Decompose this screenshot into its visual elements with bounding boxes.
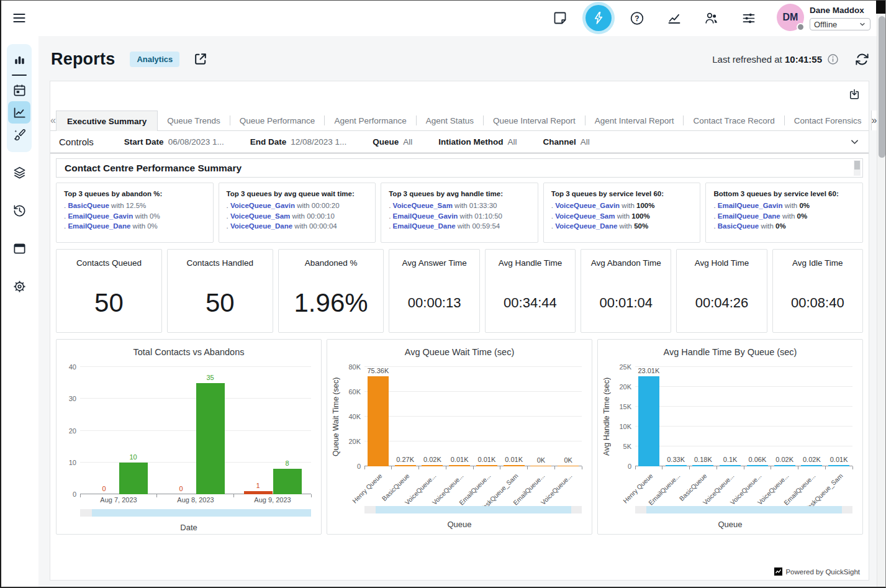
queue-link[interactable]: VoiceQueue_Gavin (555, 202, 620, 209)
bar[interactable] (196, 383, 225, 494)
bar[interactable] (476, 465, 497, 466)
queue-link[interactable]: EmailQueue_Gavin (68, 212, 133, 220)
queue-link[interactable]: VoiceQueue_Dane (555, 222, 617, 230)
summary-item: VoiceQueue_Sam with 100% (551, 211, 693, 222)
bar[interactable] (828, 465, 849, 466)
kpi-value: 00:08:40 (773, 273, 862, 332)
sidebar-item-history[interactable] (8, 199, 30, 222)
summary-item: VoiceQueue_Sam with 00:00:10 (227, 211, 368, 222)
page-scrollbar-thumb[interactable] (879, 16, 885, 158)
tab-contact-forensics[interactable]: Contact Forensics (785, 111, 871, 130)
bar[interactable] (244, 491, 273, 494)
x-axis-labels: Henry QueueEmailQueue...BasicQueueVoiceQ… (635, 468, 852, 507)
bar[interactable] (273, 469, 302, 494)
queue-link[interactable]: VoiceQueue_Sam (230, 212, 290, 220)
bar[interactable] (747, 465, 768, 466)
chart-scrollbar-thumb[interactable] (376, 506, 571, 513)
tabs-scroll-left-button[interactable]: « (50, 111, 56, 130)
summary-card: Top 3 queues by service level 60:VoiceQu… (543, 183, 701, 243)
sidebar-item-design[interactable] (8, 124, 30, 146)
summary-item: BasicQueue with 0% (713, 221, 855, 232)
bar[interactable] (530, 466, 551, 466)
bar[interactable] (395, 465, 416, 466)
bar[interactable] (666, 465, 687, 466)
tabs-scroll-right-button[interactable]: » (871, 111, 877, 130)
summary-item: VoiceQueue_Dane with 50% (551, 221, 693, 232)
notes-icon[interactable] (553, 11, 567, 25)
summary-scrollbar[interactable] (854, 160, 861, 176)
bar[interactable] (720, 465, 741, 466)
chart-scrollbar-thumb[interactable] (92, 509, 311, 517)
summary-item: EmailQueue_Dane with 0% (64, 221, 206, 232)
bar[interactable] (638, 376, 659, 466)
download-icon[interactable] (848, 88, 861, 101)
chart-x-axis-title: Queue (327, 520, 592, 529)
chart-scrollbar[interactable] (635, 506, 852, 513)
filter-start-date[interactable]: Start Date06/08/2023 1... (124, 137, 224, 147)
queue-link[interactable]: VoiceQueue_Dane (230, 222, 292, 230)
summary-item: EmailQueue_Dane with 00:59:54 (389, 221, 530, 232)
tab-agent-status[interactable]: Agent Status (417, 111, 483, 130)
sidebar-item-schedule[interactable] (8, 79, 30, 101)
queue-link[interactable]: BasicQueue (68, 202, 109, 209)
queue-link[interactable]: EmailQueue_Gavin (718, 202, 783, 209)
tab-agent-interval-report[interactable]: Agent Interval Report (585, 111, 684, 130)
queue-link[interactable]: VoiceQueue_Sam (393, 202, 453, 209)
controls-collapse-icon[interactable] (849, 137, 860, 147)
queue-link[interactable]: BasicQueue (718, 222, 759, 230)
queue-link[interactable]: EmailQueue_Dane (68, 222, 130, 230)
category-cell: 035 (157, 367, 234, 494)
queue-link[interactable]: EmailQueue_Dane (718, 212, 780, 220)
sidebar-item-settings[interactable] (8, 275, 30, 297)
tab-queue-performance[interactable]: Queue Performance (230, 111, 325, 130)
filter-end-date[interactable]: End Date12/08/2023 1... (250, 137, 347, 147)
tab-queue-interval-report[interactable]: Queue Interval Report (484, 111, 585, 130)
metrics-icon[interactable] (667, 11, 682, 25)
queue-link[interactable]: EmailQueue_Dane (393, 222, 456, 230)
y-tick-label: 10 (57, 459, 76, 466)
bar-value-label: 0K (537, 456, 545, 464)
bar[interactable] (119, 463, 148, 494)
help-icon[interactable]: ? (630, 11, 644, 25)
y-tick-label: 15K (612, 403, 631, 410)
bar[interactable] (422, 465, 443, 466)
status-select[interactable]: Offline (810, 18, 870, 30)
bar-value-label: 0.18K (694, 456, 712, 463)
tab-queue-trends[interactable]: Queue Trends (158, 111, 230, 130)
refresh-icon[interactable] (855, 52, 869, 66)
quick-actions-icon[interactable] (585, 5, 612, 31)
queue-link[interactable]: EmailQueue_Gavin (393, 212, 458, 220)
queue-link[interactable]: VoiceQueue_Gavin (230, 202, 295, 209)
chart-scrollbar[interactable] (364, 506, 582, 513)
users-icon[interactable] (704, 11, 719, 25)
sidebar-item-reports[interactable] (8, 101, 30, 124)
menu-icon[interactable] (12, 11, 27, 25)
chart-scrollbar[interactable] (80, 509, 311, 517)
chart-y-axis-title: Avg Handle Time (sec) (601, 367, 612, 466)
bar[interactable] (368, 376, 389, 466)
info-icon[interactable] (827, 53, 839, 65)
sidebar-item-layers[interactable] (8, 161, 30, 184)
preferences-icon[interactable] (741, 11, 756, 25)
bar[interactable] (774, 465, 795, 466)
filter-channel[interactable]: ChannelAll (543, 137, 590, 147)
bar[interactable] (449, 465, 470, 466)
tab-agent-performance[interactable]: Agent Performance (325, 111, 415, 130)
filter-queue[interactable]: QueueAll (373, 137, 412, 147)
avatar[interactable]: DM (777, 4, 804, 31)
tab-contact-trace-record[interactable]: Contact Trace Record (684, 111, 784, 130)
sidebar-item-window[interactable] (8, 237, 30, 260)
tab-executive-summary[interactable]: Executive Summary (56, 111, 158, 131)
bar[interactable] (692, 465, 713, 466)
bar[interactable] (801, 465, 822, 466)
chart-scrollbar-thumb[interactable] (646, 506, 842, 513)
bar[interactable] (504, 465, 525, 466)
powered-by: Powered by QuickSight (774, 568, 860, 576)
bar[interactable] (558, 466, 579, 466)
queue-link[interactable]: VoiceQueue_Sam (555, 212, 615, 220)
sidebar-item-dashboard[interactable] (8, 49, 30, 71)
page-scrollbar[interactable] (877, 0, 886, 588)
bars-container: 23.01K0.33K0.18K0.1K0.06K0.02K0.02K0.01K (635, 367, 852, 466)
external-link-icon[interactable] (193, 52, 208, 66)
filter-intiation-method[interactable]: Intiation MethodAll (438, 137, 517, 147)
